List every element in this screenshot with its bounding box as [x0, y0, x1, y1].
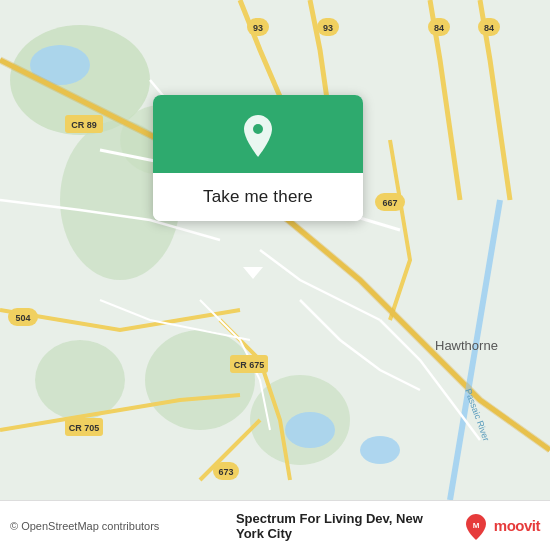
- popup-card: Take me there: [153, 95, 363, 221]
- svg-marker-33: [243, 267, 263, 279]
- svg-text:Hawthorne: Hawthorne: [435, 338, 498, 353]
- svg-text:667: 667: [382, 198, 397, 208]
- svg-point-8: [285, 412, 335, 448]
- svg-point-5: [35, 340, 125, 420]
- svg-text:84: 84: [434, 23, 444, 33]
- svg-text:CR 675: CR 675: [234, 360, 265, 370]
- svg-text:CR 705: CR 705: [69, 423, 100, 433]
- svg-text:504: 504: [15, 313, 30, 323]
- svg-text:84: 84: [484, 23, 494, 33]
- svg-text:93: 93: [323, 23, 333, 33]
- popup-header: [153, 95, 363, 173]
- map-pin-icon: [240, 113, 276, 159]
- popup-tail: [243, 267, 263, 279]
- footer-bar: © OpenStreetMap contributors Spectrum Fo…: [0, 500, 550, 550]
- map-container[interactable]: CR 89 93 93 84 84 667 504 CR 675 CR 705 …: [0, 0, 550, 500]
- copyright-text: © OpenStreetMap contributors: [10, 520, 228, 532]
- take-me-there-button[interactable]: Take me there: [153, 173, 363, 221]
- svg-text:CR 89: CR 89: [71, 120, 97, 130]
- svg-text:673: 673: [218, 467, 233, 477]
- svg-point-3: [145, 330, 255, 430]
- svg-text:93: 93: [253, 23, 263, 33]
- svg-text:M: M: [473, 521, 480, 530]
- svg-point-32: [253, 124, 263, 134]
- moovit-label: moovit: [494, 517, 540, 534]
- location-title: Spectrum For Living Dev, New York City: [236, 511, 454, 541]
- svg-point-9: [360, 436, 400, 464]
- moovit-logo: M moovit: [462, 512, 540, 540]
- moovit-icon: M: [462, 512, 490, 540]
